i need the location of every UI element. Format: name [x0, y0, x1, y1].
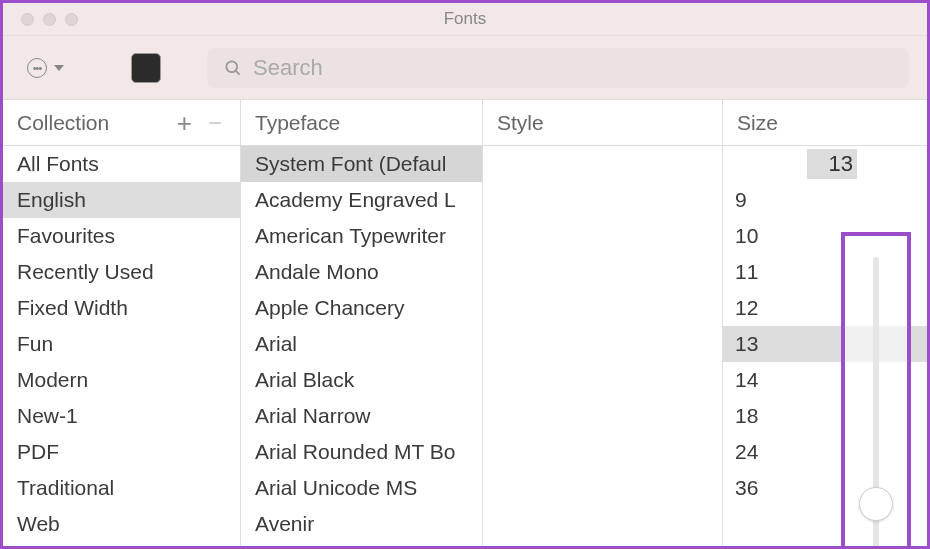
add-collection-button[interactable]: +	[173, 110, 196, 136]
list-item[interactable]: Modern	[3, 362, 240, 398]
style-list[interactable]	[483, 146, 722, 546]
typeface-list[interactable]: System Font (DefaulAcademy Engraved LAme…	[241, 146, 482, 546]
list-item[interactable]: Apple Chancery	[241, 290, 482, 326]
svg-line-1	[236, 70, 240, 74]
collection-header-label: Collection	[17, 111, 109, 135]
window-title: Fonts	[3, 9, 927, 29]
close-window-button[interactable]	[21, 13, 34, 26]
list-item[interactable]: American Typewriter	[241, 218, 482, 254]
remove-collection-button[interactable]: −	[204, 111, 226, 135]
search-field-wrap	[207, 48, 909, 88]
typeface-header-label: Typeface	[255, 111, 340, 135]
list-item[interactable]: Arial Rounded MT Bo	[241, 434, 482, 470]
size-column: Size 91011121314182436	[723, 100, 927, 546]
size-slider-thumb[interactable]	[859, 487, 893, 521]
typeface-column: Typeface System Font (DefaulAcademy Engr…	[241, 100, 483, 546]
actions-menu-button[interactable]: •••	[21, 54, 70, 82]
list-item[interactable]: System Font (Defaul	[241, 146, 482, 182]
list-item[interactable]: 9	[723, 182, 927, 218]
collection-list[interactable]: All FontsEnglishFavouritesRecently UsedF…	[3, 146, 240, 546]
list-item[interactable]: Favourites	[3, 218, 240, 254]
list-item[interactable]: English	[3, 182, 240, 218]
style-header: Style	[483, 100, 722, 146]
chevron-down-icon	[54, 65, 64, 71]
style-header-label: Style	[497, 111, 544, 135]
collection-column: Collection + − All FontsEnglishFavourite…	[3, 100, 241, 546]
list-item[interactable]: Fixed Width	[3, 290, 240, 326]
minimize-window-button[interactable]	[43, 13, 56, 26]
list-item[interactable]: Fun	[3, 326, 240, 362]
ellipsis-circle-icon: •••	[27, 58, 47, 78]
style-column: Style	[483, 100, 723, 546]
list-item[interactable]: Arial Black	[241, 362, 482, 398]
list-item[interactable]: Arial Unicode MS	[241, 470, 482, 506]
list-item[interactable]: PDF	[3, 434, 240, 470]
list-item[interactable]: All Fonts	[3, 146, 240, 182]
list-item[interactable]: Academy Engraved L	[241, 182, 482, 218]
search-icon	[223, 58, 243, 78]
size-header-label: Size	[737, 111, 778, 135]
list-item[interactable]: Arial	[241, 326, 482, 362]
list-item[interactable]: Andale Mono	[241, 254, 482, 290]
titlebar: Fonts	[3, 3, 927, 36]
typeface-header: Typeface	[241, 100, 482, 146]
search-input[interactable]	[253, 55, 893, 81]
list-item[interactable]: Avenir	[241, 506, 482, 542]
size-header: Size	[723, 100, 927, 146]
list-item[interactable]: Web	[3, 506, 240, 542]
list-item[interactable]: Traditional	[3, 470, 240, 506]
size-input[interactable]	[807, 149, 857, 179]
svg-point-0	[226, 61, 237, 72]
text-color-well[interactable]	[131, 53, 161, 83]
size-slider-highlight	[841, 232, 911, 546]
list-item[interactable]: New-1	[3, 398, 240, 434]
collection-header: Collection + −	[3, 100, 240, 146]
zoom-window-button[interactable]	[65, 13, 78, 26]
toolbar: •••	[3, 36, 927, 100]
list-item[interactable]: Arial Narrow	[241, 398, 482, 434]
list-item[interactable]: Recently Used	[3, 254, 240, 290]
size-slider[interactable]	[873, 257, 879, 546]
